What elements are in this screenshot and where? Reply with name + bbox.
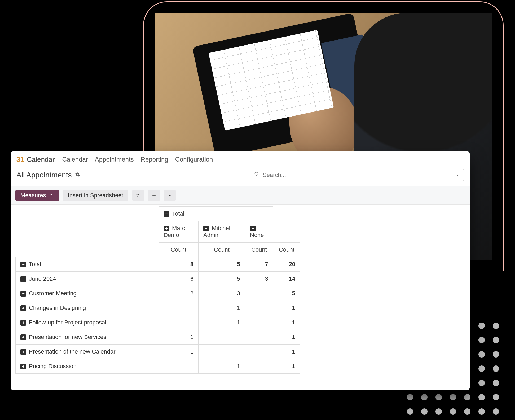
expand-icon xyxy=(164,226,169,231)
measures-button[interactable]: Measures xyxy=(15,190,59,201)
search-input[interactable] xyxy=(263,172,447,178)
pivot-row-header[interactable]: Pricing Discussion xyxy=(16,359,159,374)
pivot-row-header[interactable]: Follow-up for Project proposal xyxy=(16,315,159,330)
pivot-cell xyxy=(159,315,199,330)
pivot-cell: 20 xyxy=(273,257,300,272)
measures-label: Measures xyxy=(20,192,46,199)
expand-icon xyxy=(203,226,209,231)
menu-reporting[interactable]: Reporting xyxy=(139,155,170,164)
count-header: Count xyxy=(159,243,199,257)
caret-down-icon xyxy=(49,192,54,199)
app-brand[interactable]: 31 Calendar xyxy=(16,155,55,164)
app-window: 31 Calendar Calendar Appointments Report… xyxy=(11,151,470,390)
download-button[interactable] xyxy=(164,190,176,201)
pivot-row-label: Follow-up for Project proposal xyxy=(29,319,106,326)
menu-appointments[interactable]: Appointments xyxy=(93,155,135,164)
pivot-row-label: Customer Meeting xyxy=(29,290,77,297)
pivot-cell: 1 xyxy=(273,301,300,315)
collapse-icon xyxy=(20,291,26,297)
pivot-cell: 5 xyxy=(273,286,300,301)
pivot-cell: 1 xyxy=(199,315,245,330)
pivot-cell: 1 xyxy=(273,359,300,374)
svg-point-0 xyxy=(255,172,258,176)
expand-icon xyxy=(20,349,26,355)
expand-icon xyxy=(20,364,26,369)
pivot-row: Presentation of the new Calendar11 xyxy=(16,345,300,359)
top-menubar: 31 Calendar Calendar Appointments Report… xyxy=(11,151,470,167)
expand-all-button[interactable] xyxy=(148,190,160,201)
pivot-row: Changes in Designing11 xyxy=(16,301,300,315)
collapse-icon xyxy=(20,276,26,282)
pivot-cell: 1 xyxy=(199,359,245,374)
col-group-0[interactable]: Marc Demo xyxy=(159,221,199,243)
pivot-table: Total Marc Demo Mitchell Admin None Coun… xyxy=(15,206,300,374)
gear-icon[interactable] xyxy=(75,172,80,178)
pivot-cell xyxy=(199,330,245,345)
pivot-row-label: Presentation of the new Calendar xyxy=(29,348,116,355)
search-options-caret[interactable] xyxy=(451,169,464,181)
pivot-cell xyxy=(159,359,199,374)
pivot-row-label: Presentation for new Services xyxy=(29,334,106,340)
col-group-2[interactable]: None xyxy=(245,221,273,243)
collapse-icon xyxy=(164,211,169,217)
pivot-cell: 3 xyxy=(199,286,245,301)
svg-line-1 xyxy=(258,175,259,176)
menu-configuration[interactable]: Configuration xyxy=(174,155,215,164)
pivot-row-header[interactable]: Presentation for new Services xyxy=(16,330,159,345)
col-group-1[interactable]: Mitchell Admin xyxy=(199,221,245,243)
pivot-cell: 1 xyxy=(159,330,199,345)
pivot-row: Presentation for new Services11 xyxy=(16,330,300,345)
pivot-row: June 202465314 xyxy=(16,272,300,286)
pivot-row-header[interactable]: Customer Meeting xyxy=(16,286,159,301)
pivot-cell: 1 xyxy=(159,345,199,359)
pivot-row-header[interactable]: Changes in Designing xyxy=(16,301,159,315)
collapse-icon xyxy=(20,262,26,267)
pivot-cell: 7 xyxy=(245,257,273,272)
pivot-cell xyxy=(245,286,273,301)
pivot-row-label: June 2024 xyxy=(29,275,56,282)
expand-icon xyxy=(20,305,26,311)
pivot-cell xyxy=(159,301,199,315)
pivot-cell: 5 xyxy=(199,257,245,272)
expand-icon xyxy=(20,320,26,326)
search-icon xyxy=(254,172,259,178)
expand-icon xyxy=(250,226,256,231)
pivot-row: Pricing Discussion11 xyxy=(16,359,300,374)
pivot-cell xyxy=(245,345,273,359)
pivot-row: Total85720 xyxy=(16,257,300,272)
count-header: Count xyxy=(245,243,273,257)
pivot-cell xyxy=(245,315,273,330)
page-title: All Appointments xyxy=(16,171,80,179)
pivot-row-label: Total xyxy=(29,261,41,267)
insert-spreadsheet-button[interactable]: Insert in Spreadsheet xyxy=(63,190,128,201)
pivot-cell xyxy=(245,359,273,374)
pivot-cell: 3 xyxy=(245,272,273,286)
pivot-row-header[interactable]: June 2024 xyxy=(16,272,159,286)
pivot-cell: 14 xyxy=(273,272,300,286)
pivot-cell xyxy=(245,330,273,345)
pivot-row-header[interactable]: Total xyxy=(16,257,159,272)
pivot-cell: 6 xyxy=(159,272,199,286)
page-title-text: All Appointments xyxy=(16,171,72,179)
subheader: All Appointments xyxy=(11,167,470,186)
pivot-cell: 8 xyxy=(159,257,199,272)
pivot-area: Total Marc Demo Mitchell Admin None Coun… xyxy=(11,205,470,374)
pivot-cell: 1 xyxy=(273,330,300,345)
toolbar: Measures Insert in Spreadsheet xyxy=(11,186,470,205)
insert-spreadsheet-label: Insert in Spreadsheet xyxy=(68,192,123,199)
pivot-row-label: Pricing Discussion xyxy=(29,363,77,369)
menu-calendar[interactable]: Calendar xyxy=(60,155,89,164)
pivot-row-header[interactable]: Presentation of the new Calendar xyxy=(16,345,159,359)
search-box[interactable] xyxy=(250,169,451,181)
expand-icon xyxy=(20,334,26,340)
count-header: Count xyxy=(273,243,300,257)
calendar-icon: 31 xyxy=(16,155,24,164)
pivot-cell: 2 xyxy=(159,286,199,301)
flip-axis-button[interactable] xyxy=(132,190,144,201)
col-total-header[interactable]: Total xyxy=(159,207,273,221)
search-wrap xyxy=(250,169,464,181)
pivot-cell: 1 xyxy=(273,315,300,330)
pivot-cell xyxy=(245,301,273,315)
pivot-cell xyxy=(199,345,245,359)
pivot-row: Customer Meeting235 xyxy=(16,286,300,301)
